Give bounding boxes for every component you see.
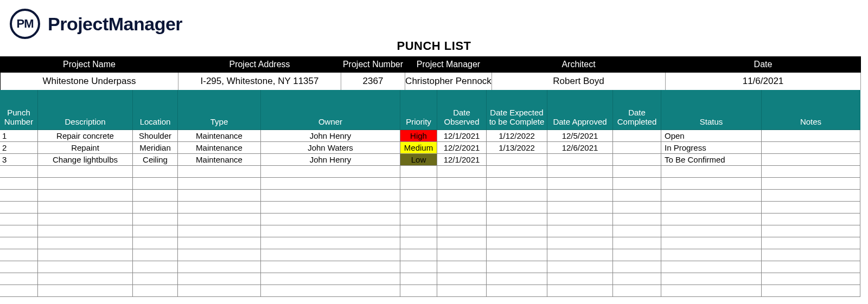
table-cell[interactable] bbox=[487, 273, 547, 285]
table-cell[interactable]: Repair concrete bbox=[38, 130, 133, 142]
table-cell[interactable] bbox=[178, 237, 261, 249]
table-cell[interactable] bbox=[261, 273, 400, 285]
table-cell[interactable] bbox=[661, 249, 762, 261]
table-cell[interactable] bbox=[661, 202, 762, 214]
table-cell[interactable] bbox=[261, 237, 400, 249]
table-cell[interactable] bbox=[0, 178, 38, 190]
table-cell[interactable]: Change lightbulbs bbox=[38, 154, 133, 166]
table-cell[interactable] bbox=[261, 261, 400, 273]
table-cell[interactable] bbox=[178, 190, 261, 202]
table-cell[interactable] bbox=[437, 202, 487, 214]
table-cell[interactable] bbox=[437, 273, 487, 285]
table-cell[interactable] bbox=[613, 166, 661, 178]
table-cell[interactable] bbox=[38, 261, 133, 273]
table-cell[interactable] bbox=[762, 166, 860, 178]
table-cell[interactable] bbox=[487, 261, 547, 273]
table-cell[interactable] bbox=[178, 214, 261, 225]
table-cell[interactable]: Repaint bbox=[38, 142, 133, 154]
table-cell[interactable] bbox=[38, 249, 133, 261]
table-cell[interactable] bbox=[261, 190, 400, 202]
table-cell[interactable] bbox=[400, 273, 437, 285]
table-cell[interactable] bbox=[38, 202, 133, 214]
table-cell[interactable] bbox=[762, 261, 860, 273]
table-cell[interactable] bbox=[487, 190, 547, 202]
table-cell[interactable]: 12/1/2021 bbox=[437, 154, 487, 166]
table-cell[interactable] bbox=[762, 249, 860, 261]
table-cell[interactable]: 3 bbox=[0, 154, 38, 166]
table-cell[interactable] bbox=[762, 130, 860, 142]
table-cell[interactable] bbox=[0, 214, 38, 225]
table-cell[interactable] bbox=[613, 190, 661, 202]
table-cell[interactable] bbox=[613, 237, 661, 249]
table-cell[interactable] bbox=[400, 225, 437, 237]
table-cell[interactable] bbox=[133, 285, 178, 297]
table-cell[interactable]: 12/1/2021 bbox=[437, 130, 487, 142]
table-cell[interactable] bbox=[762, 154, 860, 166]
table-cell[interactable] bbox=[487, 225, 547, 237]
table-cell[interactable] bbox=[661, 214, 762, 225]
table-cell[interactable] bbox=[487, 154, 547, 166]
table-cell[interactable] bbox=[661, 237, 762, 249]
table-cell[interactable] bbox=[133, 190, 178, 202]
table-cell[interactable] bbox=[613, 130, 661, 142]
table-cell[interactable] bbox=[437, 225, 487, 237]
table-cell[interactable] bbox=[762, 273, 860, 285]
table-cell[interactable] bbox=[487, 285, 547, 297]
table-cell[interactable] bbox=[661, 190, 762, 202]
table-cell[interactable] bbox=[261, 202, 400, 214]
table-cell[interactable] bbox=[400, 261, 437, 273]
table-cell[interactable] bbox=[437, 261, 487, 273]
table-cell[interactable]: 12/2/2021 bbox=[437, 142, 487, 154]
table-cell[interactable] bbox=[400, 202, 437, 214]
table-cell[interactable] bbox=[133, 237, 178, 249]
table-cell[interactable] bbox=[661, 178, 762, 190]
table-cell[interactable] bbox=[261, 225, 400, 237]
table-cell[interactable] bbox=[613, 225, 661, 237]
table-cell[interactable] bbox=[613, 273, 661, 285]
table-cell[interactable] bbox=[0, 225, 38, 237]
table-cell[interactable] bbox=[0, 273, 38, 285]
table-cell[interactable] bbox=[762, 285, 860, 297]
table-cell[interactable] bbox=[178, 249, 261, 261]
table-cell[interactable] bbox=[261, 285, 400, 297]
table-cell[interactable]: In Progress bbox=[661, 142, 762, 154]
table-cell[interactable] bbox=[0, 202, 38, 214]
table-cell[interactable] bbox=[547, 249, 613, 261]
table-cell[interactable] bbox=[613, 202, 661, 214]
table-cell[interactable] bbox=[762, 225, 860, 237]
table-cell[interactable] bbox=[38, 178, 133, 190]
table-cell[interactable]: Meridian bbox=[133, 142, 178, 154]
table-cell[interactable]: Maintenance bbox=[178, 142, 261, 154]
table-cell[interactable] bbox=[547, 214, 613, 225]
table-cell[interactable] bbox=[133, 178, 178, 190]
table-cell[interactable] bbox=[38, 225, 133, 237]
table-cell[interactable] bbox=[437, 178, 487, 190]
table-cell[interactable] bbox=[547, 261, 613, 273]
table-cell[interactable] bbox=[133, 225, 178, 237]
table-cell[interactable] bbox=[547, 154, 613, 166]
table-cell[interactable] bbox=[487, 249, 547, 261]
table-cell[interactable]: John Henry bbox=[261, 130, 400, 142]
table-cell[interactable] bbox=[437, 285, 487, 297]
table-cell[interactable] bbox=[400, 178, 437, 190]
table-cell[interactable] bbox=[178, 178, 261, 190]
table-cell[interactable] bbox=[400, 166, 437, 178]
table-cell[interactable] bbox=[613, 178, 661, 190]
table-cell[interactable] bbox=[178, 166, 261, 178]
table-cell[interactable] bbox=[762, 202, 860, 214]
table-cell[interactable]: 1/12/2022 bbox=[487, 130, 547, 142]
table-cell[interactable] bbox=[0, 249, 38, 261]
table-cell[interactable] bbox=[762, 214, 860, 225]
table-cell[interactable] bbox=[762, 142, 860, 154]
table-cell[interactable] bbox=[437, 190, 487, 202]
table-cell[interactable] bbox=[437, 237, 487, 249]
table-cell[interactable] bbox=[547, 178, 613, 190]
table-cell[interactable]: Ceiling bbox=[133, 154, 178, 166]
table-cell[interactable] bbox=[178, 273, 261, 285]
table-cell[interactable] bbox=[400, 237, 437, 249]
table-cell[interactable] bbox=[661, 166, 762, 178]
table-cell[interactable] bbox=[0, 237, 38, 249]
table-cell[interactable] bbox=[178, 225, 261, 237]
table-cell[interactable] bbox=[762, 237, 860, 249]
table-cell[interactable] bbox=[487, 214, 547, 225]
